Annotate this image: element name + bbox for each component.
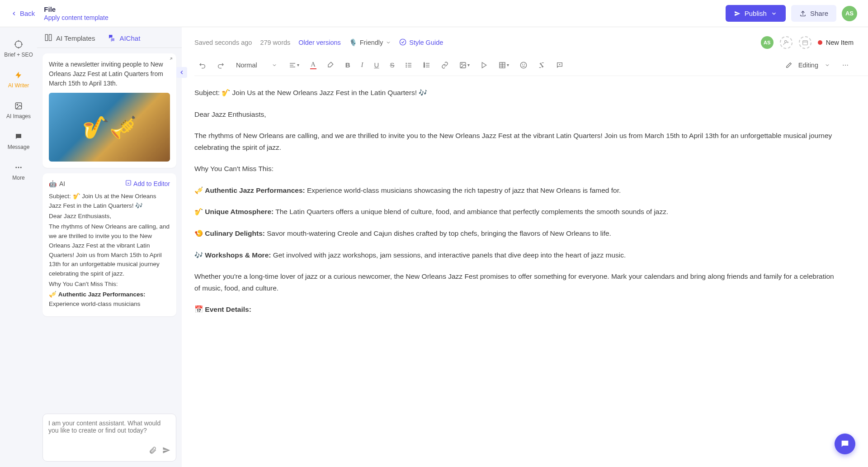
add-collaborator-button[interactable] <box>780 36 793 49</box>
doc-paragraph: The rhythms of New Orleans are calling, … <box>194 130 841 153</box>
svg-point-43 <box>521 62 527 68</box>
chevron-down-icon <box>386 40 391 45</box>
video-button[interactable] <box>478 60 491 71</box>
rail-label: More <box>12 175 24 181</box>
style-guide-label: Style Guide <box>409 39 443 46</box>
rail-ai-images[interactable]: AI Images <box>0 96 37 125</box>
italic-icon: I <box>361 61 363 69</box>
expand-icon[interactable] <box>166 57 173 65</box>
document-content[interactable]: Subject: 🎷 Join Us at the New Orleans Ja… <box>194 76 868 467</box>
svg-rect-12 <box>49 34 52 41</box>
strikethrough-button[interactable]: S <box>387 59 397 71</box>
redo-button[interactable] <box>214 60 227 71</box>
user-message-text: Write a newsletter inviting people to Ne… <box>49 60 170 88</box>
clear-format-button[interactable] <box>535 60 548 71</box>
workflow-status[interactable]: New Item <box>818 39 854 46</box>
rail-label: Brief + SEO <box>4 52 33 58</box>
svg-point-8 <box>15 167 17 168</box>
ai-line: The rhythms of New Orleans are calling, … <box>49 222 170 279</box>
tone-selector[interactable]: 🎙️ Friendly <box>349 39 392 47</box>
apply-template-link[interactable]: Apply content template <box>44 14 108 21</box>
svg-point-44 <box>523 64 523 64</box>
svg-text:3: 3 <box>424 66 425 68</box>
list-ol-icon: 123 <box>423 62 430 69</box>
tab-ai-chat[interactable]: AIChat <box>108 33 140 43</box>
robot-icon: 🤖 <box>49 180 57 187</box>
chat-panel: AI Templates AIChat Write a newsletter i… <box>37 27 182 467</box>
user-avatar[interactable]: AS <box>842 6 857 21</box>
align-button[interactable]: ▾ <box>286 60 302 71</box>
chevron-down-icon <box>770 10 778 17</box>
numbered-list-button[interactable]: 123 <box>420 60 433 71</box>
tab-label: AIChat <box>119 34 140 42</box>
text-color-button[interactable]: A <box>307 59 319 71</box>
bold-button[interactable]: B <box>343 59 353 71</box>
editing-mode-select[interactable]: Editing <box>782 60 834 71</box>
chevron-left-icon <box>179 69 185 76</box>
check-circle-icon <box>399 38 406 47</box>
svg-point-50 <box>847 65 848 66</box>
ai-label: 🤖 AI <box>49 180 65 187</box>
paperclip-icon <box>149 446 157 454</box>
back-button[interactable]: Back <box>11 10 35 17</box>
underline-button[interactable]: U <box>372 59 382 71</box>
rail-more[interactable]: More <box>0 157 37 186</box>
svg-point-25 <box>406 65 406 65</box>
link-button[interactable] <box>439 60 451 71</box>
style-guide-link[interactable]: Style Guide <box>399 38 443 47</box>
doc-paragraph: 📅 Event Details: <box>194 304 841 315</box>
image-button[interactable]: ▾ <box>457 60 472 71</box>
older-versions-link[interactable]: Older versions <box>298 39 340 46</box>
more-icon <box>14 163 23 172</box>
chat-input[interactable] <box>48 419 170 441</box>
doc-paragraph: Subject: 🎷 Join Us at the New Orleans Ja… <box>194 87 841 99</box>
svg-point-49 <box>845 65 846 66</box>
clear-icon <box>538 62 545 69</box>
status-label: New Item <box>826 39 854 46</box>
more-icon <box>842 62 849 69</box>
text: Get involved with jazz workshops, jam se… <box>271 251 626 259</box>
text: Savor mouth-watering Creole and Cajun di… <box>265 229 611 237</box>
editor-area: Saved seconds ago 279 words Older versio… <box>182 27 868 467</box>
attach-button[interactable] <box>149 446 157 456</box>
message-icon <box>14 132 23 141</box>
help-chat-bubble[interactable] <box>835 434 855 454</box>
share-label: Share <box>810 10 828 17</box>
play-icon <box>481 62 488 69</box>
rail-ai-writer[interactable]: AI Writer <box>0 65 37 94</box>
tab-ai-templates[interactable]: AI Templates <box>44 33 95 43</box>
highlight-button[interactable] <box>325 60 337 71</box>
emoji-button[interactable] <box>517 60 530 71</box>
svg-point-37 <box>462 63 462 64</box>
rail-brief-seo[interactable]: Brief + SEO <box>0 34 37 63</box>
list-ul-icon <box>405 62 412 69</box>
bold-text: Authentic Jazz Performances: <box>58 291 146 298</box>
calendar-button[interactable] <box>799 36 811 49</box>
emoji-icon <box>520 62 527 69</box>
bullet-list-button[interactable] <box>402 60 415 71</box>
text: Experience world-class musicians showcas… <box>305 186 621 194</box>
more-toolbar-button[interactable] <box>839 60 852 71</box>
collaborator-avatar[interactable]: AS <box>761 36 774 49</box>
image-icon <box>459 62 467 69</box>
user-message: Write a newsletter inviting people to Ne… <box>42 53 176 168</box>
svg-rect-14 <box>126 181 131 186</box>
svg-line-13 <box>170 58 172 60</box>
highlight-icon <box>327 62 335 69</box>
send-button[interactable] <box>162 446 170 456</box>
add-to-editor-button[interactable]: Add to Editor <box>125 180 170 187</box>
add-to-editor-label: Add to Editor <box>133 180 170 187</box>
send-icon <box>734 10 741 17</box>
insert-icon <box>125 180 132 187</box>
svg-point-16 <box>784 40 787 43</box>
collapse-panel-button[interactable] <box>176 67 187 78</box>
italic-button[interactable]: I <box>359 59 366 71</box>
table-button[interactable]: ▾ <box>496 60 512 71</box>
comment-button[interactable] <box>553 60 566 71</box>
share-button[interactable]: Share <box>791 5 836 22</box>
publish-button[interactable]: Publish <box>726 5 786 22</box>
bolt-icon <box>14 71 23 80</box>
rail-message[interactable]: Message <box>0 127 37 156</box>
undo-button[interactable] <box>196 60 209 71</box>
block-style-select[interactable]: Normal <box>232 60 281 71</box>
